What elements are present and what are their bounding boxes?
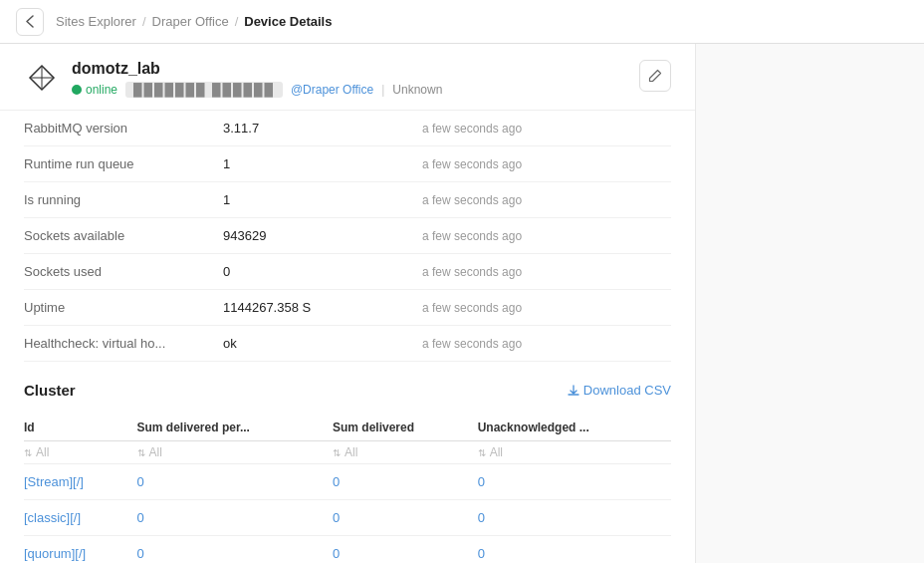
metric-label: Sockets available [24,228,223,243]
diamond-icon [28,64,56,92]
status-dot [72,85,82,95]
right-panel [695,44,924,563]
breadcrumb-root[interactable]: Sites Explorer [56,14,136,29]
cluster-title: Cluster [24,382,76,399]
cluster-table: Id Sum delivered per... Sum delivered Un… [24,415,671,563]
metric-row: Runtime run queue 1 a few seconds ago [24,146,671,182]
cell-unack-2: 0 [478,536,671,564]
metric-row: Uptime 1144267.358 S a few seconds ago [24,290,671,326]
cell-sum-per-1: 0 [137,500,333,536]
metric-value: ok [223,336,422,351]
cell-sum-per-0: 0 [137,464,333,500]
cluster-filter-row: ⇅ All ⇅ All [24,441,671,464]
app-container: Sites Explorer / Draper Office / Device … [0,0,924,563]
metric-row: RabbitMQ version 3.11.7 a few seconds ag… [24,111,671,146]
device-group: Unknown [392,83,442,97]
device-header: domotz_lab online ███████ ██████ @Draper… [0,44,695,111]
sort-icon-unacknowledged: ⇅ [478,447,486,458]
filter-cell-sum-delivered: ⇅ All [333,441,478,464]
device-separator: | [381,83,384,97]
status-label: online [86,83,117,97]
cell-id-2[interactable]: [quorum][/] [24,536,137,564]
col-sum-per[interactable]: Sum delivered per... [137,415,333,441]
metric-time: a few seconds ago [422,193,522,207]
metric-label: Runtime run queue [24,156,223,171]
cluster-header: Cluster Download CSV [24,382,671,399]
metric-row: Sockets used 0 a few seconds ago [24,254,671,290]
metric-value: 1 [223,192,422,207]
sort-icon-id: ⇅ [24,447,32,458]
col-id-label: Id [24,421,35,434]
filter-cell-unacknowledged: ⇅ All [478,441,671,464]
metric-time: a few seconds ago [422,229,522,243]
breadcrumb-sep2: / [235,14,239,29]
download-csv-label: Download CSV [583,383,671,398]
metric-value: 0 [223,264,422,279]
filter-id-label: All [36,445,49,459]
table-row: [classic][/] 0 0 0 [24,500,671,536]
col-id[interactable]: Id [24,415,137,441]
device-info: domotz_lab online ███████ ██████ @Draper… [72,60,639,98]
svg-line-6 [42,78,54,90]
cluster-section: Cluster Download CSV Id [0,362,695,563]
metric-row: Sockets available 943629 a few seconds a… [24,218,671,254]
table-row: [quorum][/] 0 0 0 [24,536,671,564]
table-row: [Stream][/] 0 0 0 [24,464,671,500]
main-content: domotz_lab online ███████ ██████ @Draper… [0,44,924,563]
cell-sum-del-1: 0 [333,500,478,536]
metric-time: a few seconds ago [422,122,522,136]
metric-label: Sockets used [24,264,223,279]
edit-button[interactable] [639,60,671,92]
cell-sum-per-2: 0 [137,536,333,564]
cell-unack-1: 0 [478,500,671,536]
svg-line-4 [42,66,54,78]
metric-label: Is running [24,192,223,207]
metric-label: Healthcheck: virtual ho... [24,336,223,351]
device-icon-container [24,60,60,96]
filter-cell-id: ⇅ All [24,441,137,464]
download-icon [568,385,579,397]
metric-time: a few seconds ago [422,301,522,315]
back-button[interactable] [16,8,44,36]
download-csv-button[interactable]: Download CSV [568,383,671,398]
breadcrumb: Sites Explorer / Draper Office / Device … [56,14,332,29]
sort-icon-sum-per: ⇅ [137,447,145,458]
content-panel: domotz_lab online ███████ ██████ @Draper… [0,44,695,563]
metric-value: 3.11.7 [223,121,422,136]
metric-label: Uptime [24,300,223,315]
breadcrumb-current: Device Details [244,14,332,29]
cell-id-0[interactable]: [Stream][/] [24,464,137,500]
cell-sum-del-0: 0 [333,464,478,500]
breadcrumb-parent[interactable]: Draper Office [152,14,229,29]
col-sum-delivered-label: Sum delivered [333,421,414,434]
filter-sum-delivered-label: All [345,445,357,459]
device-name: domotz_lab [72,60,639,78]
metric-time: a few seconds ago [422,265,522,279]
cell-unack-0: 0 [478,464,671,500]
device-location[interactable]: @Draper Office [291,83,373,97]
cell-sum-del-2: 0 [333,536,478,564]
filter-unacknowledged-label: All [490,445,503,459]
metric-row: Is running 1 a few seconds ago [24,182,671,218]
filter-cell-sum-per: ⇅ All [137,441,333,464]
device-ip: ███████ ██████ [125,82,283,98]
metric-value: 943629 [223,228,422,243]
col-sum-delivered[interactable]: Sum delivered [333,415,478,441]
metric-value: 1144267.358 S [223,300,422,315]
metric-time: a few seconds ago [422,337,522,351]
breadcrumb-sep1: / [142,14,146,29]
sort-icon-sum-delivered: ⇅ [333,447,341,458]
metric-time: a few seconds ago [422,157,522,171]
col-sum-per-label: Sum delivered per... [137,421,250,434]
metric-row: Healthcheck: virtual ho... ok a few seco… [24,326,671,362]
header: Sites Explorer / Draper Office / Device … [0,0,924,44]
col-unacknowledged[interactable]: Unacknowledged ... [478,415,671,441]
cluster-table-header-row: Id Sum delivered per... Sum delivered Un… [24,415,671,441]
svg-line-5 [30,78,42,90]
filter-sum-per-label: All [149,445,162,459]
cell-id-1[interactable]: [classic][/] [24,500,137,536]
device-meta: online ███████ ██████ @Draper Office | U… [72,82,639,98]
metrics-table: RabbitMQ version 3.11.7 a few seconds ag… [0,111,695,362]
metric-value: 1 [223,156,422,171]
metric-label: RabbitMQ version [24,121,223,136]
